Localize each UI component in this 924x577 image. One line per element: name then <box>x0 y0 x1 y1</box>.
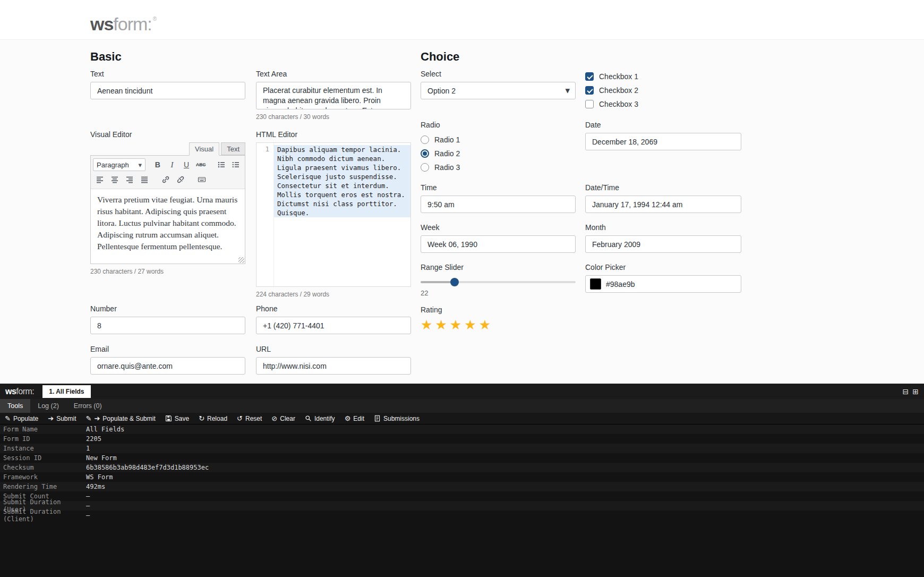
phone-input[interactable] <box>256 317 411 334</box>
registered-mark: ® <box>153 16 156 22</box>
console-header: wsform: 1. All Fields ⊟ ⊞ <box>0 384 924 399</box>
range-slider-value: 22 <box>421 289 576 297</box>
justify-button[interactable] <box>138 173 151 186</box>
table-row: Submit Count — <box>0 491 924 501</box>
save-label: Save <box>175 415 189 422</box>
field-date: Date <box>585 121 741 150</box>
url-input[interactable] <box>256 357 411 375</box>
rating-stars[interactable]: ★ ★ ★ ★ ★ <box>421 318 576 332</box>
reload-button[interactable]: ↻ Reload <box>199 415 227 422</box>
expand-icon[interactable]: ⊞ <box>912 388 919 395</box>
text-tab[interactable]: Text <box>221 142 245 155</box>
bullet-list-icon <box>217 160 226 169</box>
identify-button[interactable]: Identify <box>305 415 335 422</box>
field-radio: Radio Radio 1 Radio 2 Radio 3 <box>421 121 576 174</box>
table-row: Session ID New Form <box>0 453 924 463</box>
italic-button[interactable]: I <box>165 158 178 171</box>
time-input[interactable] <box>421 196 576 213</box>
star-icon[interactable]: ★ <box>479 318 491 332</box>
align-center-button[interactable] <box>108 173 122 186</box>
checkbox-option-3[interactable]: Checkbox 3 <box>585 97 741 111</box>
tab-errors[interactable]: Errors (0) <box>66 399 109 413</box>
radio-1[interactable] <box>421 135 429 144</box>
color-picker-input[interactable]: #98ae9b <box>585 275 741 293</box>
textarea-input[interactable]: Placerat curabitur elementum est. In mag… <box>256 82 411 109</box>
html-editor-character-count: 224 characters / 29 words <box>256 291 411 298</box>
datetime-input[interactable] <box>585 196 741 213</box>
collapse-icon[interactable]: ⊟ <box>903 388 909 395</box>
visual-editor-content[interactable]: Viverra pretium vitae feugiat. Urna maur… <box>91 189 245 267</box>
row-value: — <box>86 502 90 510</box>
populate-button[interactable]: ✎ Populate <box>5 415 38 422</box>
radio-option-2[interactable]: Radio 2 <box>421 147 576 160</box>
row-value: 492ms <box>86 483 105 490</box>
color-swatch[interactable] <box>590 278 601 290</box>
visual-tab[interactable]: Visual <box>189 142 219 156</box>
keyboard-shortcuts-button[interactable] <box>195 173 209 186</box>
unlink-icon <box>176 175 185 184</box>
underline-button[interactable]: U <box>180 158 193 171</box>
radio-option-3[interactable]: Radio 3 <box>421 160 576 174</box>
star-icon[interactable]: ★ <box>450 318 461 332</box>
star-icon[interactable]: ★ <box>464 318 476 332</box>
numbered-list-icon <box>232 160 240 169</box>
reset-button[interactable]: ↺ Reset <box>237 415 262 422</box>
checkbox-option-2[interactable]: Checkbox 2 <box>585 83 741 97</box>
resize-handle[interactable] <box>238 257 244 263</box>
checkbox-2-label: Checkbox 2 <box>599 86 638 95</box>
radio-option-1[interactable]: Radio 1 <box>421 133 576 147</box>
submissions-button[interactable]: Submissions <box>374 415 420 422</box>
radio-3-label: Radio 3 <box>434 163 460 172</box>
select-dropdown[interactable]: Option 2 ▾ <box>421 82 576 99</box>
url-label: URL <box>256 345 411 354</box>
edit-button[interactable]: ⚙ Edit <box>345 415 364 422</box>
radio-2[interactable] <box>421 149 429 158</box>
slider-thumb[interactable] <box>450 278 459 286</box>
radio-3[interactable] <box>421 163 429 172</box>
field-url: URL <box>256 345 411 375</box>
star-icon[interactable]: ★ <box>421 318 432 332</box>
submit-button[interactable]: ➔ Submit <box>48 415 76 422</box>
bold-button[interactable]: B <box>151 158 164 171</box>
number-input[interactable] <box>90 317 245 334</box>
bullet-list-button[interactable] <box>215 158 228 171</box>
line-number-gutter: 1 <box>256 143 274 286</box>
range-slider[interactable] <box>421 278 576 286</box>
star-icon[interactable]: ★ <box>435 318 447 332</box>
strikethrough-button[interactable]: ABC <box>194 158 208 171</box>
align-right-button[interactable] <box>123 173 136 186</box>
month-input[interactable] <box>585 235 741 253</box>
floppy-icon <box>165 415 172 422</box>
email-field[interactable] <box>90 357 245 375</box>
unlink-button[interactable] <box>174 173 187 186</box>
edit-label: Edit <box>353 415 364 422</box>
radio-group-label: Radio <box>421 121 576 130</box>
numbered-list-button[interactable] <box>229 158 243 171</box>
week-input[interactable] <box>421 235 576 253</box>
email-label: Email <box>90 345 245 354</box>
tab-log[interactable]: Log (2) <box>30 399 66 413</box>
checkbox-option-1[interactable]: Checkbox 1 <box>585 70 741 83</box>
reset-label: Reset <box>245 415 262 422</box>
populate-and-submit-button[interactable]: ✎ ➔ Populate & Submit <box>86 415 156 422</box>
paragraph-dropdown[interactable]: Paragraph ▾ <box>93 158 146 171</box>
site-header: wsform:® <box>0 0 924 40</box>
tab-tools[interactable]: Tools <box>0 399 30 413</box>
console-form-tab[interactable]: 1. All Fields <box>42 385 90 398</box>
link-button[interactable] <box>159 173 173 186</box>
text-input[interactable] <box>90 82 245 99</box>
checkbox-3[interactable] <box>585 100 594 108</box>
clear-button[interactable]: ⊘ Clear <box>271 415 295 422</box>
clear-label: Clear <box>280 415 295 422</box>
console-logo-form: form: <box>16 387 34 396</box>
save-button[interactable]: Save <box>165 415 189 422</box>
checkbox-2[interactable] <box>585 86 594 95</box>
row-key: Checksum <box>0 464 86 471</box>
date-input[interactable] <box>585 133 741 150</box>
code-content[interactable]: Dapibus aliquam tempor lacinia. Nibh com… <box>274 143 410 286</box>
align-left-button[interactable] <box>93 173 107 186</box>
html-editor[interactable]: 1 Dapibus aliquam tempor lacinia. Nibh c… <box>256 142 411 287</box>
justify-icon <box>140 175 149 184</box>
checkbox-1[interactable] <box>585 72 594 81</box>
identify-label: Identify <box>314 415 335 422</box>
